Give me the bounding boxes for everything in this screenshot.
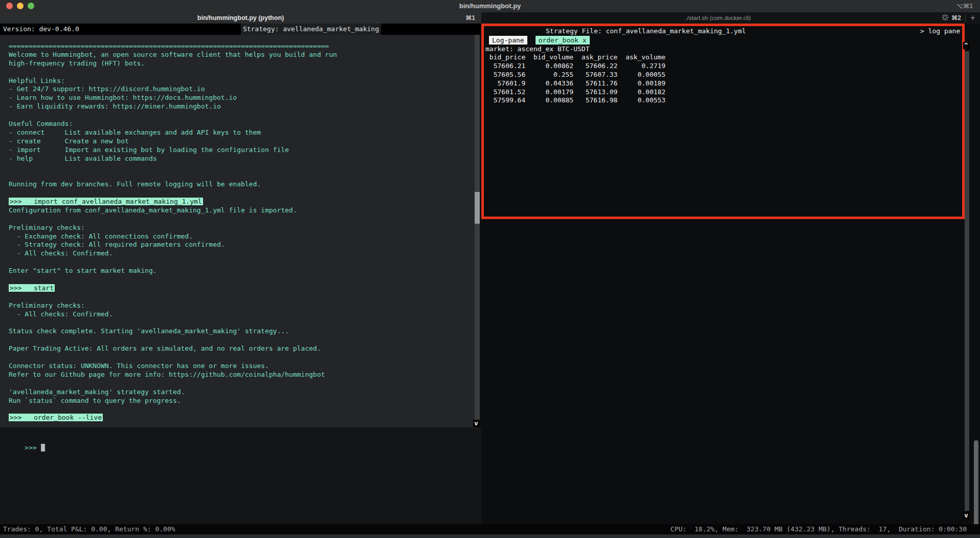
window-titlebar: bin/hummingbot.py ⌥⌘1 bbox=[0, 0, 980, 12]
log-line: - Strategy check: All required parameter… bbox=[9, 241, 475, 249]
log-line: - All checks: Confirmed. bbox=[9, 249, 475, 258]
log-line: - import Import an existing bot by loadi… bbox=[9, 146, 475, 155]
log-line: 'avellaneda_market_making' strategy star… bbox=[9, 388, 475, 397]
log-line bbox=[9, 215, 475, 224]
pane-tabbar: bin/hummingbot.py (python) ⌘1 ./start.sh… bbox=[0, 12, 980, 24]
log-line: Preliminary checks: bbox=[9, 224, 475, 232]
order-book-row: 57601.52 0.00179 57613.09 0.00182 bbox=[485, 88, 665, 97]
log-line bbox=[9, 336, 475, 345]
right-pane-tabs: Log-pane order_book x bbox=[489, 36, 590, 45]
tab-left-pane[interactable]: bin/hummingbot.py (python) ⌘1 bbox=[0, 12, 481, 24]
log-line: ========================================… bbox=[9, 42, 475, 51]
order-book-row: 57601.9 0.04336 57611.76 0.00189 bbox=[485, 79, 665, 88]
log-line: Enter "start" to start market making. bbox=[9, 267, 475, 275]
tab-left-shortcut: ⌘1 bbox=[465, 12, 475, 24]
text-cursor bbox=[41, 444, 45, 451]
log-line: high-frequency trading (HFT) bots. bbox=[9, 59, 475, 68]
left-log-output[interactable]: ========================================… bbox=[0, 35, 475, 427]
order-book-table: bid_price bid_volume ask_price ask_volum… bbox=[485, 53, 665, 105]
log-line: - Earn liquidity rewards: https://miner.… bbox=[9, 102, 475, 111]
right-scroll-up-indicator[interactable]: ^ bbox=[963, 42, 969, 49]
log-line: Paper Trading Active: All orders are sim… bbox=[9, 345, 475, 353]
log-line-command: >>> start bbox=[9, 284, 475, 293]
log-line-command: >>> import conf_avellaneda_market_making… bbox=[9, 198, 475, 206]
order-book-row: 57606.21 0.00862 57606.22 0.2719 bbox=[485, 62, 665, 71]
tab-left-label: bin/hummingbot.py (python) bbox=[0, 12, 481, 24]
log-line bbox=[9, 258, 475, 267]
log-line: Configuration from conf_avellaneda_marke… bbox=[9, 206, 475, 215]
strategy-label: Strategy: avellaneda_market_making bbox=[241, 24, 381, 35]
log-line bbox=[9, 189, 475, 198]
market-label: market: ascend_ex BTC-USDT bbox=[485, 45, 590, 53]
log-line: Status check complete. Starting 'avellan… bbox=[9, 327, 475, 336]
log-line bbox=[9, 171, 475, 180]
log-line bbox=[9, 293, 475, 302]
log-line bbox=[9, 319, 475, 328]
left-scrollbar-thumb[interactable] bbox=[475, 192, 480, 224]
tab-right-label: ./start.sh (com.docker.cli) bbox=[677, 12, 759, 24]
log-line bbox=[9, 111, 475, 120]
log-line: Run `status` command to query the progre… bbox=[9, 397, 475, 405]
new-tab-button[interactable]: + bbox=[966, 12, 980, 24]
log-line: Welcome to Hummingbot, an open source so… bbox=[9, 51, 475, 59]
status-bar: Trades: 0, Total P&L: 0.00, Return %: 0.… bbox=[0, 524, 980, 534]
right-scroll-down-indicator[interactable]: v bbox=[963, 512, 969, 519]
log-pane-toggle[interactable]: > log pane bbox=[920, 27, 960, 35]
order-book-row: 57599.64 0.00885 57616.98 0.00553 bbox=[485, 96, 665, 105]
log-line: - create Create a new bot bbox=[9, 137, 475, 146]
log-line: Useful Commands: bbox=[9, 120, 475, 128]
window-shortcut: ⌥⌘1 bbox=[956, 0, 973, 12]
log-line: - help List available commands bbox=[9, 155, 475, 163]
log-line bbox=[9, 163, 475, 171]
window-bottom-edge bbox=[0, 534, 980, 538]
version-label: Version: dev-0.46.0 bbox=[3, 24, 79, 35]
hummingbot-topbar: Version: dev-0.46.0 Strategy: avellaneda… bbox=[0, 24, 481, 35]
log-line: - Learn how to use Hummingbot: https://d… bbox=[9, 94, 475, 102]
log-line bbox=[9, 353, 475, 362]
log-line-command: >>> order_book --live bbox=[9, 414, 475, 422]
log-line: - All checks: Confirmed. bbox=[9, 310, 475, 319]
window-title: bin/hummingbot.py bbox=[0, 0, 980, 12]
strategy-file-label: Strategy File: conf_avellaneda_market_ma… bbox=[546, 27, 746, 35]
log-line: Helpful Links: bbox=[9, 77, 475, 85]
tab-log-pane[interactable]: Log-pane bbox=[489, 36, 527, 45]
left-scrollbar-track[interactable] bbox=[475, 35, 480, 421]
log-line bbox=[9, 379, 475, 388]
tab-right-pane[interactable]: ./start.sh (com.docker.cli) ⌘2 + bbox=[481, 12, 980, 24]
log-line: Running from dev branches. Full remote l… bbox=[9, 180, 475, 189]
left-scroll-down-indicator[interactable]: v bbox=[473, 420, 479, 427]
order-book-header: bid_price bid_volume ask_price ask_volum… bbox=[485, 53, 665, 62]
command-input-area[interactable]: >>> bbox=[0, 427, 481, 524]
log-line: Refer to our Github page for more info: … bbox=[9, 371, 475, 379]
order-book-row: 57605.56 0.255 57607.33 0.00055 bbox=[485, 71, 665, 79]
loading-spinner-icon bbox=[942, 13, 949, 23]
log-line: - Exchange check: All connections confir… bbox=[9, 232, 475, 241]
log-line: - Get 24/7 support: https://discord.humm… bbox=[9, 85, 475, 94]
system-status: CPU: 18.2%, Mem: 323.70 MB (432.23 MB), … bbox=[671, 524, 967, 534]
log-line: Connector status: UNKNOWN. This connecto… bbox=[9, 362, 475, 371]
log-line bbox=[9, 68, 475, 77]
log-line: Preliminary checks: bbox=[9, 302, 475, 310]
log-line bbox=[9, 275, 475, 284]
log-line: - connect List available exchanges and a… bbox=[9, 128, 475, 137]
tab-order-book[interactable]: order_book x bbox=[536, 36, 590, 45]
right-scrollbar-track[interactable] bbox=[965, 51, 969, 511]
input-prompt: >>> bbox=[25, 444, 36, 451]
trades-status: Trades: 0, Total P&L: 0.00, Return %: 0.… bbox=[3, 524, 175, 534]
tab-right-shortcut: ⌘2 bbox=[951, 14, 961, 21]
log-line bbox=[9, 405, 475, 414]
window-scrollbar-thumb[interactable] bbox=[974, 440, 978, 535]
